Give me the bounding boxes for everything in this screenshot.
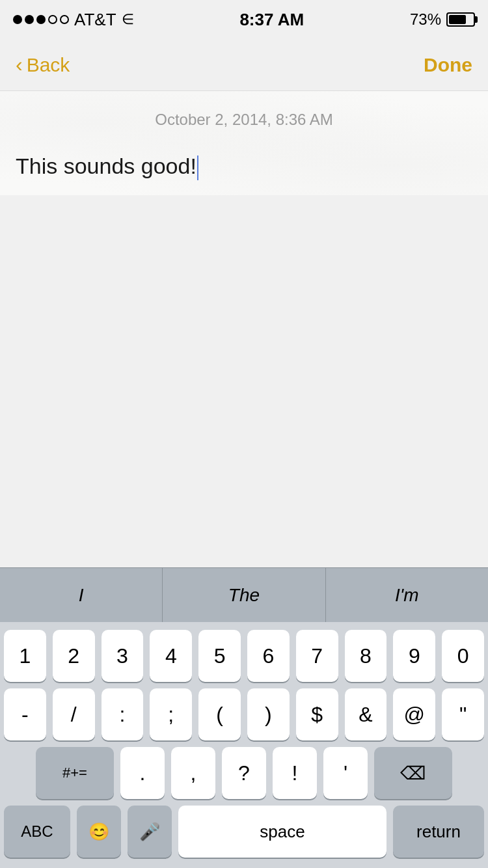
key-dash[interactable]: -	[4, 688, 46, 740]
key-space[interactable]: space	[178, 806, 386, 858]
battery-icon	[446, 12, 475, 27]
key-abc[interactable]: ABC	[4, 806, 70, 858]
nav-bar: ‹ Back Done	[0, 39, 488, 91]
battery-fill	[449, 15, 466, 24]
key-quote[interactable]: "	[442, 688, 484, 740]
note-date: October 2, 2014, 8:36 AM	[16, 104, 472, 135]
keyboard-row-1: 1 2 3 4 5 6 7 8 9 0	[4, 630, 484, 682]
keyboard: 1 2 3 4 5 6 7 8 9 0 - / : ; ( ) $ & @ " …	[0, 622, 488, 868]
status-left: AT&T ∈	[13, 10, 134, 30]
key-1[interactable]: 1	[4, 630, 46, 682]
dot5	[60, 15, 69, 24]
signal-icon	[13, 15, 69, 24]
key-9[interactable]: 9	[393, 630, 435, 682]
key-dollar[interactable]: $	[296, 688, 338, 740]
key-8[interactable]: 8	[345, 630, 387, 682]
status-time: 8:37 AM	[239, 10, 304, 30]
keyboard-row-4: ABC 😊 🎤 space return	[4, 806, 484, 858]
note-text-content: This sounds good!	[16, 154, 197, 178]
dot4	[48, 15, 57, 24]
key-semicolon[interactable]: ;	[150, 688, 192, 740]
note-area[interactable]: October 2, 2014, 8:36 AM This sounds goo…	[0, 91, 488, 567]
key-apostrophe[interactable]: '	[323, 747, 368, 799]
note-text[interactable]: This sounds good!	[16, 151, 472, 182]
autocorrect-item-1[interactable]: The	[163, 568, 325, 622]
main-area: ‹ Back Done October 2, 2014, 8:36 AM Thi…	[0, 39, 488, 868]
chevron-left-icon: ‹	[16, 53, 23, 77]
key-colon[interactable]: :	[102, 688, 144, 740]
dot3	[36, 15, 46, 24]
key-return[interactable]: return	[393, 806, 484, 858]
key-at[interactable]: @	[393, 688, 435, 740]
back-button[interactable]: ‹ Back	[16, 53, 70, 77]
autocorrect-item-0[interactable]: I	[0, 568, 163, 622]
key-mic[interactable]: 🎤	[128, 806, 172, 858]
key-3[interactable]: 3	[102, 630, 144, 682]
key-6[interactable]: 6	[247, 630, 290, 682]
back-label: Back	[27, 54, 70, 76]
dot1	[13, 15, 22, 24]
key-2[interactable]: 2	[53, 630, 95, 682]
note-content[interactable]: October 2, 2014, 8:36 AM This sounds goo…	[0, 91, 488, 195]
dot2	[25, 15, 34, 24]
key-exclaim[interactable]: !	[273, 747, 317, 799]
autocorrect-bar: I The I'm	[0, 567, 488, 622]
key-slash[interactable]: /	[53, 688, 95, 740]
keyboard-row-3: #+= . , ? ! ' ⌫	[4, 747, 484, 799]
key-0[interactable]: 0	[442, 630, 484, 682]
wifi-icon: ∈	[122, 11, 134, 28]
keyboard-row-2: - / : ; ( ) $ & @ "	[4, 688, 484, 740]
carrier-label: AT&T	[74, 10, 116, 30]
key-ampersand[interactable]: &	[345, 688, 387, 740]
done-button[interactable]: Done	[424, 54, 472, 76]
key-close-paren[interactable]: )	[247, 688, 290, 740]
autocorrect-item-2[interactable]: I'm	[326, 568, 488, 622]
key-symbols[interactable]: #+=	[36, 747, 114, 799]
key-emoji[interactable]: 😊	[77, 806, 121, 858]
key-period[interactable]: .	[120, 747, 165, 799]
key-open-paren[interactable]: (	[198, 688, 241, 740]
battery-percent: 73%	[410, 10, 441, 29]
key-4[interactable]: 4	[150, 630, 192, 682]
key-comma[interactable]: ,	[171, 747, 215, 799]
status-right: 73%	[410, 10, 475, 29]
text-cursor	[197, 156, 198, 180]
delete-key[interactable]: ⌫	[374, 747, 452, 799]
status-bar: AT&T ∈ 8:37 AM 73%	[0, 0, 488, 39]
key-question[interactable]: ?	[222, 747, 266, 799]
key-7[interactable]: 7	[296, 630, 338, 682]
key-5[interactable]: 5	[198, 630, 241, 682]
